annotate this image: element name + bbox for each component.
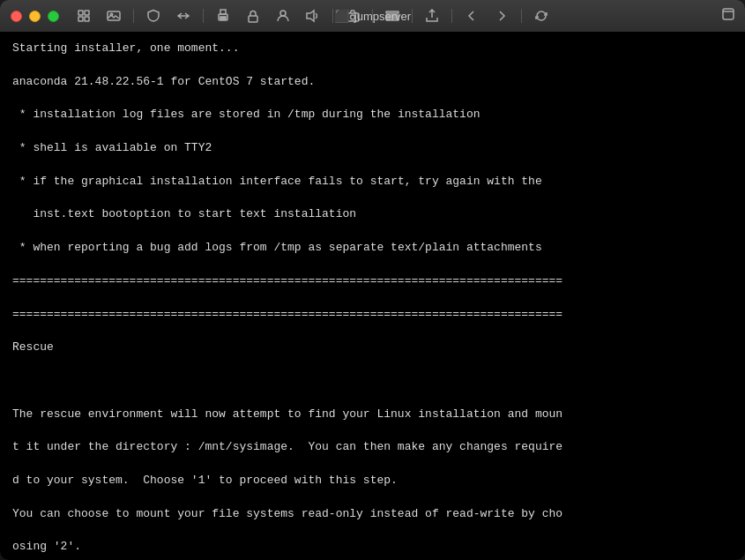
terminal-line: d to your system. Choose '1' to proceed …: [12, 473, 733, 489]
picture-icon[interactable]: [101, 6, 126, 26]
svg-marker-12: [307, 11, 314, 21]
svg-rect-3: [85, 17, 89, 21]
close-button[interactable]: [11, 11, 22, 22]
printer-icon[interactable]: [211, 6, 235, 26]
terminal-line: osing '2'.: [12, 539, 733, 556]
lock-icon[interactable]: [241, 6, 265, 26]
terminal-line: The rescue environment will now attempt …: [12, 407, 733, 423]
window-resize-button[interactable]: [722, 8, 734, 24]
terminal-line: anaconda 21.48.22.56-1 for CentOS 7 star…: [12, 74, 733, 91]
maximize-button[interactable]: [48, 11, 59, 22]
svg-rect-8: [220, 17, 226, 18]
titlebar: ⬛ jumpserver: [0, 0, 745, 32]
title-icon: ⬛: [334, 9, 349, 23]
toolbar-separator-3: [332, 9, 333, 23]
separator-line: ========================================…: [12, 273, 733, 290]
terminal-line: inst.text bootoption to start text insta…: [12, 206, 733, 223]
terminal-line: * shell is available on TTY2: [12, 140, 733, 157]
svg-point-11: [280, 11, 286, 16]
back-icon[interactable]: [459, 6, 484, 26]
terminal-line: t it under the directory : /mnt/sysimage…: [12, 439, 733, 456]
refresh-icon[interactable]: [529, 6, 554, 26]
svg-rect-2: [78, 17, 83, 21]
volume-icon[interactable]: [301, 6, 325, 26]
terminal-line: Rescue: [12, 340, 733, 356]
terminal-line: Starting installer, one moment...: [12, 41, 733, 57]
terminal-line: * when reporting a bug add logs from /tm…: [12, 240, 733, 257]
terminal-line: * if the graphical installation interfac…: [12, 174, 733, 190]
traffic-lights: [11, 11, 59, 22]
terminal-output[interactable]: Starting installer, one moment... anacon…: [0, 32, 745, 560]
svg-rect-18: [723, 9, 734, 19]
shield-icon[interactable]: [141, 6, 166, 26]
terminal-line: * installation log files are stored in /…: [12, 107, 733, 123]
svg-rect-1: [85, 11, 89, 15]
arrows-icon[interactable]: [171, 6, 196, 26]
export-icon[interactable]: [420, 6, 444, 26]
svg-rect-7: [220, 10, 226, 14]
separator-line: ========================================…: [12, 307, 733, 324]
toolbar-separator-6: [451, 9, 452, 23]
toolbar-separator-5: [412, 9, 413, 23]
toolbar-icons: [71, 6, 554, 26]
person-icon[interactable]: [271, 6, 295, 26]
terminal-line: You can choose to mount your file system…: [12, 506, 733, 523]
terminal-window: ⬛ jumpserver Starting installer, one mom…: [0, 0, 745, 560]
forward-icon[interactable]: [489, 6, 514, 26]
toolbar-separator-1: [133, 9, 134, 23]
grid-icon[interactable]: [71, 6, 96, 26]
minimize-button[interactable]: [29, 11, 41, 22]
title-text: jumpserver: [354, 10, 411, 23]
toolbar-separator-2: [203, 9, 204, 23]
empty-line: [12, 373, 733, 390]
svg-rect-10: [249, 16, 257, 22]
svg-rect-9: [220, 19, 226, 19]
svg-rect-0: [78, 11, 83, 15]
toolbar-separator-7: [521, 9, 522, 23]
window-title: ⬛ jumpserver: [334, 9, 411, 23]
